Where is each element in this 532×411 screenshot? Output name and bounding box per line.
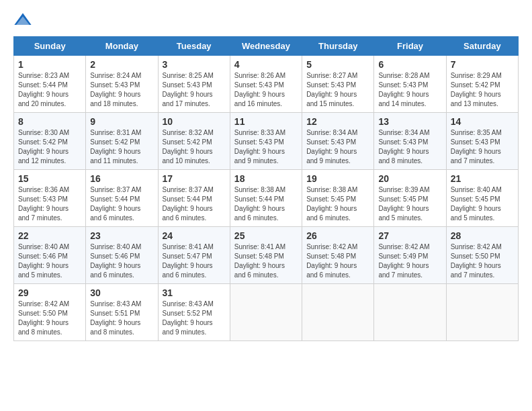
day-number: 5 <box>306 59 369 70</box>
day-number: 15 <box>18 173 81 184</box>
calendar-day-cell: 9 Sunrise: 8:31 AM Sunset: 5:42 PM Dayli… <box>86 113 158 170</box>
day-number: 2 <box>90 59 153 70</box>
weekday-header-cell: Friday <box>374 37 446 56</box>
weekday-header-cell: Thursday <box>302 37 374 56</box>
day-number: 11 <box>234 116 298 127</box>
day-info: Sunrise: 8:38 AM Sunset: 5:45 PM Dayligh… <box>306 185 369 223</box>
calendar-week-row: 22 Sunrise: 8:40 AM Sunset: 5:46 PM Dayl… <box>14 227 519 284</box>
weekday-header-cell: Saturday <box>446 37 518 56</box>
calendar-day-cell: 31 Sunrise: 8:43 AM Sunset: 5:52 PM Dayl… <box>158 284 230 341</box>
day-number: 12 <box>306 116 369 127</box>
calendar-day-cell: 15 Sunrise: 8:36 AM Sunset: 5:43 PM Dayl… <box>14 170 86 227</box>
calendar-week-row: 29 Sunrise: 8:42 AM Sunset: 5:50 PM Dayl… <box>14 284 519 341</box>
day-number: 20 <box>378 173 441 184</box>
logo-icon <box>13 11 32 30</box>
day-number: 22 <box>18 230 81 241</box>
calendar-week-row: 1 Sunrise: 8:23 AM Sunset: 5:44 PM Dayli… <box>14 56 519 113</box>
day-info: Sunrise: 8:36 AM Sunset: 5:43 PM Dayligh… <box>18 185 81 223</box>
day-info: Sunrise: 8:42 AM Sunset: 5:48 PM Dayligh… <box>306 242 369 280</box>
calendar-day-cell: 8 Sunrise: 8:30 AM Sunset: 5:42 PM Dayli… <box>14 113 86 170</box>
day-number: 31 <box>163 287 226 298</box>
calendar-day-cell: 12 Sunrise: 8:34 AM Sunset: 5:43 PM Dayl… <box>302 113 374 170</box>
day-number: 29 <box>18 287 81 298</box>
day-info: Sunrise: 8:34 AM Sunset: 5:43 PM Dayligh… <box>306 128 369 166</box>
day-number: 6 <box>378 59 441 70</box>
weekday-header-row: SundayMondayTuesdayWednesdayThursdayFrid… <box>14 37 519 56</box>
day-info: Sunrise: 8:40 AM Sunset: 5:46 PM Dayligh… <box>18 242 81 280</box>
day-info: Sunrise: 8:37 AM Sunset: 5:44 PM Dayligh… <box>90 185 153 223</box>
calendar-day-cell: 4 Sunrise: 8:26 AM Sunset: 5:43 PM Dayli… <box>230 56 302 113</box>
day-number: 3 <box>163 59 226 70</box>
calendar-day-cell <box>374 284 446 341</box>
weekday-header-cell: Sunday <box>14 37 86 56</box>
day-number: 25 <box>234 230 298 241</box>
calendar-day-cell <box>230 284 302 341</box>
calendar-day-cell: 25 Sunrise: 8:41 AM Sunset: 5:48 PM Dayl… <box>230 227 302 284</box>
day-number: 21 <box>451 173 514 184</box>
day-number: 8 <box>18 116 81 127</box>
day-info: Sunrise: 8:40 AM Sunset: 5:46 PM Dayligh… <box>90 242 153 280</box>
calendar-day-cell: 26 Sunrise: 8:42 AM Sunset: 5:48 PM Dayl… <box>302 227 374 284</box>
day-info: Sunrise: 8:39 AM Sunset: 5:45 PM Dayligh… <box>378 185 441 223</box>
day-info: Sunrise: 8:29 AM Sunset: 5:42 PM Dayligh… <box>451 71 514 109</box>
calendar-day-cell: 28 Sunrise: 8:42 AM Sunset: 5:50 PM Dayl… <box>446 227 518 284</box>
day-info: Sunrise: 8:31 AM Sunset: 5:42 PM Dayligh… <box>90 128 153 166</box>
weekday-header-cell: Wednesday <box>230 37 302 56</box>
day-number: 27 <box>378 230 441 241</box>
day-info: Sunrise: 8:43 AM Sunset: 5:52 PM Dayligh… <box>163 300 226 337</box>
day-info: Sunrise: 8:42 AM Sunset: 5:50 PM Dayligh… <box>18 300 81 337</box>
calendar-day-cell: 23 Sunrise: 8:40 AM Sunset: 5:46 PM Dayl… <box>86 227 158 284</box>
day-info: Sunrise: 8:26 AM Sunset: 5:43 PM Dayligh… <box>234 71 298 109</box>
day-info: Sunrise: 8:40 AM Sunset: 5:45 PM Dayligh… <box>451 185 514 223</box>
day-number: 10 <box>163 116 226 127</box>
calendar-day-cell: 17 Sunrise: 8:37 AM Sunset: 5:44 PM Dayl… <box>158 170 230 227</box>
logo <box>13 11 35 30</box>
day-info: Sunrise: 8:35 AM Sunset: 5:43 PM Dayligh… <box>451 128 514 166</box>
calendar-day-cell: 1 Sunrise: 8:23 AM Sunset: 5:44 PM Dayli… <box>14 56 86 113</box>
calendar-day-cell: 18 Sunrise: 8:38 AM Sunset: 5:44 PM Dayl… <box>230 170 302 227</box>
day-info: Sunrise: 8:24 AM Sunset: 5:43 PM Dayligh… <box>90 71 153 109</box>
day-info: Sunrise: 8:34 AM Sunset: 5:43 PM Dayligh… <box>378 128 441 166</box>
day-number: 18 <box>234 173 298 184</box>
calendar-day-cell: 3 Sunrise: 8:25 AM Sunset: 5:43 PM Dayli… <box>158 56 230 113</box>
calendar-day-cell <box>302 284 374 341</box>
calendar-day-cell: 7 Sunrise: 8:29 AM Sunset: 5:42 PM Dayli… <box>446 56 518 113</box>
day-number: 17 <box>163 173 226 184</box>
day-info: Sunrise: 8:41 AM Sunset: 5:48 PM Dayligh… <box>234 242 298 280</box>
day-info: Sunrise: 8:32 AM Sunset: 5:42 PM Dayligh… <box>163 128 226 166</box>
calendar-day-cell: 5 Sunrise: 8:27 AM Sunset: 5:43 PM Dayli… <box>302 56 374 113</box>
day-number: 14 <box>451 116 514 127</box>
day-number: 28 <box>451 230 514 241</box>
calendar-day-cell: 13 Sunrise: 8:34 AM Sunset: 5:43 PM Dayl… <box>374 113 446 170</box>
day-info: Sunrise: 8:38 AM Sunset: 5:44 PM Dayligh… <box>234 185 298 223</box>
calendar-day-cell: 16 Sunrise: 8:37 AM Sunset: 5:44 PM Dayl… <box>86 170 158 227</box>
calendar-table: SundayMondayTuesdayWednesdayThursdayFrid… <box>13 36 519 341</box>
day-number: 1 <box>18 59 81 70</box>
day-info: Sunrise: 8:37 AM Sunset: 5:44 PM Dayligh… <box>163 185 226 223</box>
day-info: Sunrise: 8:25 AM Sunset: 5:43 PM Dayligh… <box>163 71 226 109</box>
day-info: Sunrise: 8:42 AM Sunset: 5:50 PM Dayligh… <box>451 242 514 280</box>
day-number: 13 <box>378 116 441 127</box>
calendar-day-cell: 27 Sunrise: 8:42 AM Sunset: 5:49 PM Dayl… <box>374 227 446 284</box>
day-number: 16 <box>90 173 153 184</box>
calendar-day-cell: 30 Sunrise: 8:43 AM Sunset: 5:51 PM Dayl… <box>86 284 158 341</box>
calendar-day-cell: 19 Sunrise: 8:38 AM Sunset: 5:45 PM Dayl… <box>302 170 374 227</box>
day-number: 30 <box>90 287 153 298</box>
calendar-day-cell <box>446 284 518 341</box>
weekday-header-cell: Monday <box>86 37 158 56</box>
day-info: Sunrise: 8:30 AM Sunset: 5:42 PM Dayligh… <box>18 128 81 166</box>
day-info: Sunrise: 8:41 AM Sunset: 5:47 PM Dayligh… <box>163 242 226 280</box>
calendar-day-cell: 2 Sunrise: 8:24 AM Sunset: 5:43 PM Dayli… <box>86 56 158 113</box>
calendar-day-cell: 14 Sunrise: 8:35 AM Sunset: 5:43 PM Dayl… <box>446 113 518 170</box>
calendar-day-cell: 24 Sunrise: 8:41 AM Sunset: 5:47 PM Dayl… <box>158 227 230 284</box>
day-number: 7 <box>451 59 514 70</box>
day-number: 9 <box>90 116 153 127</box>
calendar-day-cell: 29 Sunrise: 8:42 AM Sunset: 5:50 PM Dayl… <box>14 284 86 341</box>
day-number: 4 <box>234 59 298 70</box>
calendar-day-cell: 10 Sunrise: 8:32 AM Sunset: 5:42 PM Dayl… <box>158 113 230 170</box>
day-number: 26 <box>306 230 369 241</box>
day-number: 23 <box>90 230 153 241</box>
calendar-day-cell: 22 Sunrise: 8:40 AM Sunset: 5:46 PM Dayl… <box>14 227 86 284</box>
calendar-body: 1 Sunrise: 8:23 AM Sunset: 5:44 PM Dayli… <box>14 56 519 341</box>
day-info: Sunrise: 8:28 AM Sunset: 5:43 PM Dayligh… <box>378 71 441 109</box>
